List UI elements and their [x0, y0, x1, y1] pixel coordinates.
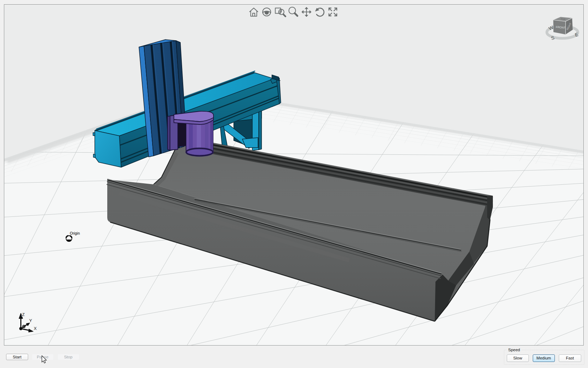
svg-text:FRONT: FRONT	[556, 26, 566, 30]
svg-text:Origin: Origin	[70, 231, 80, 235]
svg-text:Z: Z	[22, 312, 25, 317]
svg-text:Y: Y	[29, 318, 32, 323]
svg-text:X: X	[34, 326, 37, 331]
